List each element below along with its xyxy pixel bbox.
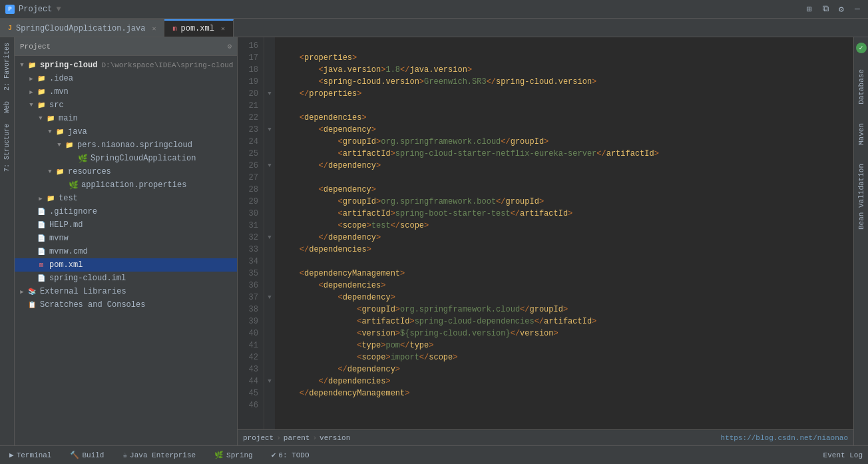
fold-36 [264, 280, 275, 292]
fold-41 [264, 340, 275, 351]
todo-label: 6: TODO [278, 451, 309, 459]
tree-label-mvnwcmd: mvnw.cmd [49, 247, 88, 256]
fold-23[interactable]: ▼ [264, 124, 275, 136]
arrow-main: ▼ [36, 115, 45, 122]
bottom-tab-java-enterprise[interactable]: ☕ Java Enterprise [118, 449, 200, 461]
tree-item-test[interactable]: ▶ 📁 test [15, 192, 237, 205]
tree-item-mvnwcmd[interactable]: 📄 mvnw.cmd [15, 245, 237, 258]
vcs-status-icon[interactable]: ✓ [856, 43, 867, 53]
fold-30 [264, 208, 275, 220]
breadcrumb-project[interactable]: project [243, 434, 274, 442]
tree-item-mvn[interactable]: ▶ 📁 .mvn [15, 85, 237, 99]
tab-java-label: SpringCloudApplication.java [16, 24, 145, 33]
event-log[interactable]: Event Log [823, 451, 863, 459]
tree-item-root[interactable]: ▼ 📁 spring-cloud D:\workspace\IDEA\sprin… [15, 59, 237, 72]
tree-item-pomxml[interactable]: m pom.xml [15, 258, 237, 272]
code-line-34 [280, 256, 848, 268]
code-line-18: <java.version>1.8</java.version> [280, 64, 848, 76]
tree-item-main[interactable]: ▼ 📁 main [15, 112, 237, 125]
right-panel: ✓ Database Maven Bean Validation [853, 37, 868, 445]
layout-icon[interactable]: ⊞ [804, 4, 815, 15]
tab-xml[interactable]: m pom.xml ✕ [164, 19, 233, 37]
fold-33 [264, 244, 275, 256]
fold-25 [264, 148, 275, 160]
breadcrumb-sep-2: › [312, 434, 317, 442]
fold-42 [264, 351, 275, 363]
fold-35 [264, 268, 275, 280]
md-icon: 📄 [36, 220, 47, 230]
sidebar-tab-structure[interactable]: 7: Structure [1, 118, 13, 177]
tree-label-java: java [68, 127, 87, 136]
tree-item-app[interactable]: 🌿 SpringCloudApplication [15, 152, 237, 165]
breadcrumb-version[interactable]: version [320, 434, 350, 442]
iml-icon: 📄 [36, 273, 47, 284]
tree-item-scratches[interactable]: 📋 Scratches and Consoles [15, 298, 237, 312]
split-icon[interactable]: ⧉ [820, 4, 831, 15]
fold-29 [264, 196, 275, 208]
arrow-java: ▼ [45, 128, 55, 135]
fold-27 [264, 172, 275, 184]
arrow-idea: ▶ [27, 75, 36, 83]
fold-39 [264, 316, 275, 328]
tree-item-idea[interactable]: ▶ 📁 .idea [15, 72, 237, 85]
tree-item-iml[interactable]: 📄 spring-cloud.iml [15, 272, 237, 285]
tree-item-java[interactable]: ▼ 📁 java [15, 125, 237, 138]
tree-item-mvnw[interactable]: 📄 mvnw [15, 232, 237, 245]
code-content[interactable]: <properties> <java.version>1.8</java.ver… [275, 37, 853, 429]
project-label[interactable]: Project [19, 5, 52, 14]
bottom-tab-todo[interactable]: ✔ 6: TODO [268, 449, 314, 461]
tree-label-pomxml: pom.xml [49, 260, 83, 270]
tab-java-close[interactable]: ✕ [152, 25, 156, 33]
right-panel-maven[interactable]: Maven [857, 120, 865, 148]
code-line-25: <artifactId>spring-cloud-starter-netflix… [280, 148, 848, 160]
spring-label: Spring [226, 451, 253, 459]
tree-item-pkg[interactable]: ▼ 📁 pers.niaonao.springcloud [15, 138, 237, 152]
code-line-24: <groupId>org.springframework.cloud</grou… [280, 136, 848, 148]
tree-label-resources: resources [68, 167, 111, 176]
breadcrumb-parent[interactable]: parent [284, 434, 310, 442]
tab-java[interactable]: J SpringCloudApplication.java ✕ [0, 19, 164, 37]
tree-item-appprops[interactable]: 🌿 application.properties [15, 178, 237, 192]
code-line-27 [280, 172, 848, 184]
fold-26[interactable]: ▼ [264, 160, 275, 172]
top-bar-actions: ⊞ ⧉ ⚙ — [804, 4, 863, 15]
folder-icon-resources: 📁 [55, 166, 65, 177]
settings-icon[interactable]: ⚙ [836, 4, 847, 15]
tree-item-helpmd[interactable]: 📄 HELP.md [15, 218, 237, 232]
right-panel-bean-validation[interactable]: Bean Validation [857, 161, 865, 232]
tree-item-external[interactable]: ▶ 📚 External Libraries [15, 285, 237, 298]
code-line-23: <dependency> [280, 124, 848, 136]
tree-item-gitignore[interactable]: 📄 .gitignore [15, 205, 237, 218]
spring-icon-app: 🌿 [77, 153, 88, 164]
bottom-tab-spring[interactable]: 🌿 Spring [210, 449, 257, 461]
code-line-16 [280, 40, 848, 52]
tree-item-resources[interactable]: ▼ 📁 resources [15, 165, 237, 178]
fold-43 [264, 363, 275, 375]
tree-label-external: External Libraries [40, 287, 126, 296]
bottom-tab-terminal[interactable]: ▶ Terminal [5, 449, 55, 461]
code-line-43: </dependency> [280, 363, 848, 375]
file-icon-mvnwcmd: 📄 [36, 246, 47, 257]
tree-label-root: spring-cloud [40, 61, 97, 70]
sidebar-tab-favorites[interactable]: 2: Favorites [1, 37, 13, 96]
fold-16 [264, 40, 275, 52]
tree-item-src[interactable]: ▼ 📁 src [15, 99, 237, 112]
code-area[interactable]: 16 17 18 19 20 21 22 23 24 25 26 27 28 2… [238, 37, 853, 429]
minimize-icon[interactable]: — [852, 4, 863, 15]
tree-label-pkg: pers.niaonao.springcloud [77, 140, 192, 150]
fold-44[interactable]: ▼ [264, 375, 275, 387]
fold-20[interactable]: ▼ [264, 88, 275, 100]
fold-45 [264, 387, 275, 399]
status-url[interactable]: https://blog.csdn.net/niaonao [721, 434, 848, 442]
code-line-37: <dependency> [280, 292, 848, 304]
tab-bar: J SpringCloudApplication.java ✕ m pom.xm… [0, 19, 868, 37]
folder-icon-root: 📁 [27, 60, 37, 71]
bottom-tab-build[interactable]: 🔨 Build [66, 449, 108, 461]
fold-37[interactable]: ▼ [264, 292, 275, 304]
folder-icon-mvn: 📁 [36, 87, 47, 97]
tab-xml-close[interactable]: ✕ [221, 25, 225, 33]
fold-32[interactable]: ▼ [264, 232, 275, 244]
sidebar-tab-web[interactable]: Web [1, 96, 13, 118]
right-panel-database[interactable]: Database [857, 67, 865, 107]
arrow-resources: ▼ [45, 168, 55, 175]
